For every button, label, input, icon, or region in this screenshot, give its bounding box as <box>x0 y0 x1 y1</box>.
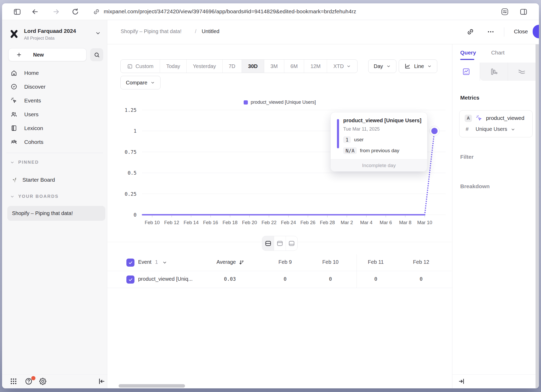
select-all-checkbox[interactable] <box>126 259 134 267</box>
metric-card[interactable]: A product_viewed # Unique Users <box>459 110 533 137</box>
pinned-section-header[interactable]: PINNED <box>2 160 39 165</box>
date-column-header[interactable]: Feb 11 <box>368 259 384 265</box>
report-type-tabs <box>452 63 536 81</box>
aggregation-hash: # <box>466 126 469 132</box>
cell-value: 0 <box>420 276 422 282</box>
svg-text:Mar 6: Mar 6 <box>380 220 392 225</box>
reload-icon[interactable] <box>71 8 79 16</box>
sidebar-item-label: Events <box>24 97 41 104</box>
sidebar-item-discover[interactable]: Discover <box>2 80 107 94</box>
chevron-down-icon <box>10 194 15 199</box>
date-column-header[interactable]: Feb 10 <box>322 259 339 265</box>
tab-query[interactable]: Query <box>460 50 476 56</box>
metric-letter-chip: A <box>465 115 472 122</box>
report-type-flows-tab[interactable] <box>508 63 536 81</box>
tooltip-delta: N/A <box>343 147 357 154</box>
horizontal-scrollbar[interactable] <box>119 384 185 388</box>
report-type-insights-tab[interactable] <box>452 63 480 81</box>
sidebar-item-label: Discover <box>24 84 46 90</box>
view-chart-only-button[interactable] <box>274 236 286 250</box>
sort-icon[interactable] <box>238 259 245 266</box>
sidebar-toggle-icon[interactable] <box>13 8 21 16</box>
copy-link-icon[interactable] <box>466 28 474 36</box>
breadcrumb-separator: / <box>195 28 196 34</box>
date-column-header[interactable]: Feb 12 <box>413 259 429 265</box>
tooltip-delta-label: from previous day <box>360 148 399 154</box>
svg-text:1.25: 1.25 <box>125 107 137 113</box>
metric-aggregation[interactable]: Unique Users <box>476 126 507 132</box>
apps-grid-icon[interactable] <box>9 377 18 385</box>
workspace-name[interactable]: Lord Farquaad 2024 <box>24 28 76 34</box>
filter-heading[interactable]: Filter <box>460 154 474 160</box>
sidebar-footer <box>2 374 107 388</box>
report-header: Shopify – Piping that data! / Untitled C… <box>107 20 539 44</box>
sidebar-item-lexicon[interactable]: Lexicon <box>2 121 107 135</box>
url-field[interactable]: mixpanel.com/project/3472420/view/397469… <box>104 8 356 15</box>
event-count: 1 <box>155 259 158 265</box>
breadcrumb-board[interactable]: Shopify – Piping that data! <box>121 28 182 34</box>
chart-tooltip: product_viewed [Unique Users] Tue Mar 11… <box>330 112 427 172</box>
layout-bottom-icon <box>288 240 295 247</box>
breakdown-heading[interactable]: Breakdown <box>460 183 490 189</box>
svg-text:Feb 14: Feb 14 <box>184 220 199 225</box>
collapse-panel-icon[interactable] <box>458 377 465 385</box>
report-type-funnels-tab[interactable] <box>480 63 508 81</box>
search-icon <box>94 52 100 58</box>
chevron-down-icon[interactable] <box>162 260 167 265</box>
tooltip-delta-row: N/A from previous day <box>343 147 399 154</box>
date-column-header[interactable]: Feb 9 <box>278 259 292 265</box>
row-checkbox[interactable] <box>126 275 134 284</box>
app-shell: Lord Farquaad 2024 All Project Data New … <box>2 20 539 388</box>
breadcrumb-page[interactable]: Untitled <box>202 28 219 34</box>
svg-text:Feb 24: Feb 24 <box>281 220 296 225</box>
chevron-down-icon[interactable] <box>95 30 101 36</box>
sidebar-item-cohorts[interactable]: Cohorts <box>2 135 107 149</box>
panel-scrollbar[interactable] <box>536 44 539 388</box>
sidebar-divider <box>6 153 103 153</box>
svg-text:0: 0 <box>134 212 137 218</box>
event-icon <box>476 115 483 122</box>
cell-value: 0 <box>374 276 377 282</box>
forward-icon[interactable] <box>52 8 60 16</box>
pinned-board-item[interactable]: Starter Board <box>2 173 107 186</box>
search-button[interactable] <box>90 48 103 61</box>
back-icon[interactable] <box>31 8 39 16</box>
layout-split-icon <box>265 240 272 247</box>
browser-settings-icon[interactable] <box>501 8 509 16</box>
sidebar-item-label: Cohorts <box>24 139 44 145</box>
average-column-header[interactable]: Average <box>186 259 236 265</box>
more-options-icon[interactable] <box>487 28 495 36</box>
view-table-only-button[interactable] <box>286 236 297 250</box>
sidebar-item-users[interactable]: Users <box>2 107 107 121</box>
sidebar-item-home[interactable]: Home <box>2 66 107 80</box>
view-split-button[interactable] <box>262 236 274 250</box>
metric-event-name[interactable]: product_viewed <box>486 115 524 121</box>
sidebar-item-events[interactable]: Events <box>2 94 107 107</box>
save-button[interactable] <box>533 25 539 38</box>
home-icon <box>10 69 17 76</box>
query-panel: Query Chart Metrics A <box>452 44 539 388</box>
collapse-sidebar-icon[interactable] <box>97 377 106 385</box>
event-column-header[interactable]: Event <box>138 259 151 265</box>
svg-text:Mar 10: Mar 10 <box>417 220 432 225</box>
svg-text:1: 1 <box>134 128 137 134</box>
svg-text:Feb 26: Feb 26 <box>300 220 316 225</box>
events-icon <box>10 97 17 104</box>
split-view-icon[interactable] <box>519 8 528 16</box>
close-button[interactable]: Close <box>514 28 528 35</box>
new-button[interactable]: New <box>8 48 87 61</box>
query-panel-footer <box>452 374 536 388</box>
your-boards-section-header[interactable]: YOUR BOARDS <box>2 194 59 199</box>
tooltip-footer: Incomplete day <box>331 159 427 171</box>
gear-icon[interactable] <box>39 377 47 385</box>
funnel-icon <box>490 68 498 76</box>
svg-text:0.25: 0.25 <box>125 191 137 197</box>
sidebar: Lord Farquaad 2024 All Project Data New … <box>2 20 107 388</box>
chevron-down-icon <box>511 127 515 132</box>
board-item-selected[interactable]: Shopify – Piping that data! <box>7 206 105 221</box>
table-row[interactable]: product_viewed [Uniq... 0.03 0000 <box>107 271 452 288</box>
check-icon <box>128 277 133 282</box>
browser-toolbar: mixpanel.com/project/3472420/view/397469… <box>2 3 539 20</box>
sprout-icon <box>11 177 18 183</box>
tab-chart[interactable]: Chart <box>491 50 505 56</box>
